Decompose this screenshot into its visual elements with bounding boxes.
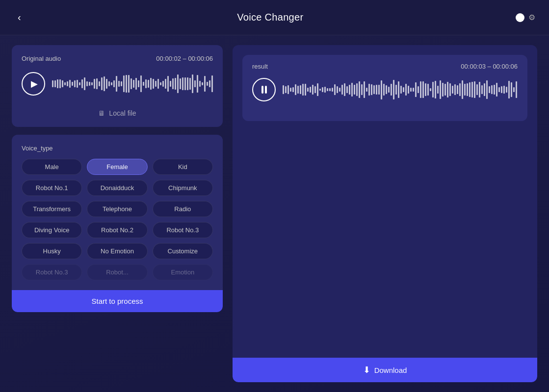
- result-label: result: [252, 63, 268, 70]
- pause-icon: [261, 86, 267, 94]
- voice-btn-robot3[interactable]: Robot No.3: [153, 222, 213, 238]
- start-process-button[interactable]: Start to process: [12, 290, 223, 312]
- app-container: ‹ Voice Changer ⚙ Original audio 00:00:0…: [0, 0, 549, 392]
- voice-grid: MaleFemaleKidRobot No.1DonaidduckChipmun…: [22, 159, 213, 259]
- back-button[interactable]: ‹: [14, 10, 25, 25]
- result-waveform: [283, 78, 518, 101]
- voice-grid-partial: Robot No.3Robot...Emotion: [22, 264, 213, 280]
- original-audio-player: ▶: [22, 72, 213, 96]
- voice-type-panel: Voice_type MaleFemaleKidRobot No.1Donaid…: [12, 135, 223, 290]
- result-header: result 00:00:03 – 00:00:06: [252, 63, 518, 70]
- voice-btn-customize[interactable]: Customize: [153, 243, 213, 259]
- voice-btn-donaidduck[interactable]: Donaidduck: [87, 180, 147, 196]
- right-panel: result 00:00:03 – 00:00:06: [233, 45, 537, 382]
- play-button[interactable]: ▶: [22, 72, 45, 96]
- download-icon: ⬇: [363, 365, 370, 375]
- local-file-row: 🖥 Local file: [22, 107, 213, 117]
- result-audio-time: 00:00:03 – 00:00:06: [461, 63, 518, 70]
- local-file-button[interactable]: Local file: [109, 109, 136, 117]
- left-panel: Original audio 00:00:02 – 00:00:06 ▶ 🖥 L…: [12, 45, 223, 382]
- voice-type-card: Voice_type MaleFemaleKidRobot No.1Donaid…: [12, 135, 223, 312]
- voice-btn-radio[interactable]: Radio: [153, 201, 213, 217]
- header: ‹ Voice Changer ⚙: [0, 0, 549, 35]
- result-card: result 00:00:03 – 00:00:06: [242, 55, 527, 121]
- result-audio-player: [252, 78, 518, 101]
- voice-btn-partial-0[interactable]: Robot No.3: [22, 264, 82, 280]
- voice-btn-kid[interactable]: Kid: [153, 159, 213, 175]
- monitor-icon: 🖥: [98, 109, 105, 117]
- settings-icon[interactable]: ⚙: [528, 13, 535, 22]
- main-content: Original audio 00:00:02 – 00:00:06 ▶ 🖥 L…: [0, 35, 549, 392]
- original-audio-card: Original audio 00:00:02 – 00:00:06 ▶ 🖥 L…: [12, 45, 223, 127]
- original-audio-time: 00:00:02 – 00:00:06: [156, 55, 213, 62]
- original-waveform: [52, 72, 213, 96]
- page-title: Voice Changer: [237, 12, 303, 23]
- voice-btn-chipmunk[interactable]: Chipmunk: [153, 180, 213, 196]
- voice-btn-diving[interactable]: Diving Voice: [22, 222, 82, 238]
- voice-btn-husky[interactable]: Husky: [22, 243, 82, 259]
- voice-type-label: Voice_type: [22, 145, 213, 152]
- download-button[interactable]: ⬇ Download: [233, 358, 537, 382]
- result-area: result 00:00:03 – 00:00:06: [233, 45, 537, 358]
- voice-btn-transformers[interactable]: Transformers: [22, 201, 82, 217]
- original-audio-header: Original audio 00:00:02 – 00:00:06: [22, 55, 213, 62]
- play-icon: ▶: [31, 78, 38, 89]
- header-right: ⚙: [516, 13, 535, 22]
- voice-btn-robot2[interactable]: Robot No.2: [87, 222, 147, 238]
- voice-btn-partial-1[interactable]: Robot...: [87, 264, 147, 280]
- original-audio-label: Original audio: [22, 55, 61, 62]
- voice-btn-telephone[interactable]: Telephone: [87, 201, 147, 217]
- voice-btn-robot1[interactable]: Robot No.1: [22, 180, 82, 196]
- voice-btn-partial-2[interactable]: Emotion: [153, 264, 213, 280]
- voice-btn-noemotion[interactable]: No Emotion: [87, 243, 147, 259]
- download-label: Download: [374, 366, 407, 374]
- voice-btn-male[interactable]: Male: [22, 159, 82, 175]
- voice-btn-female[interactable]: Female: [87, 159, 147, 175]
- pause-button[interactable]: [252, 78, 276, 101]
- theme-toggle[interactable]: [516, 13, 524, 22]
